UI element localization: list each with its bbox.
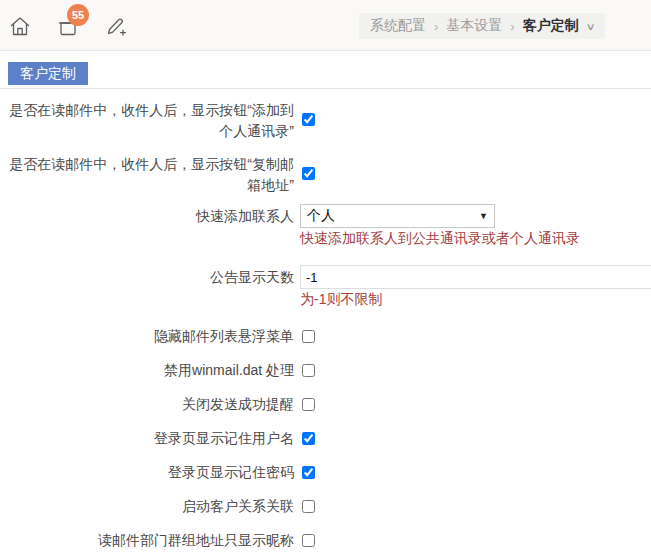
form-row-disable-send-success-alert: 关闭发送成功提醒	[0, 394, 651, 414]
disable-winmail-dat-checkbox[interactable]	[302, 364, 315, 377]
unread-count-badge: 55	[67, 4, 89, 26]
add-to-contacts-checkbox[interactable]	[302, 113, 315, 126]
section-divider	[0, 88, 651, 89]
form-row-add-to-contacts-button: 是否在读邮件中，收件人后，显示按钮“添加到个人通讯录”	[0, 100, 651, 142]
field-label: 快速添加联系人	[0, 204, 294, 247]
remember-username-checkbox[interactable]	[302, 432, 315, 445]
form-row-disable-winmail-dat: 禁用winmail.dat 处理	[0, 360, 651, 380]
breadcrumb-item-customization[interactable]: 客户定制	[523, 17, 579, 35]
customization-form: 是否在读邮件中，收件人后，显示按钮“添加到个人通讯录” 是否在读邮件中，收件人后…	[0, 89, 651, 550]
section-header: 客户定制	[0, 51, 651, 89]
section-tab-customization[interactable]: 客户定制	[8, 62, 88, 85]
form-row-copy-email-button: 是否在读邮件中，收件人后，显示按钮“复制邮箱地址”	[0, 154, 651, 196]
form-row-announcement-days: 公告显示天数 为-1则不限制	[0, 265, 651, 308]
topbar-icon-group: 55	[8, 13, 128, 39]
copy-email-checkbox[interactable]	[302, 167, 315, 180]
form-row-quick-add-contact: 快速添加联系人 个人 ▼ 快速添加联系人到公共通讯录或者个人通讯录	[0, 204, 651, 247]
quick-add-contact-select[interactable]: 个人 ▼	[300, 204, 495, 228]
field-label: 关闭发送成功提醒	[0, 394, 294, 415]
breadcrumb-item-basic-settings[interactable]: 基本设置	[446, 17, 502, 35]
select-value: 个人	[307, 207, 479, 225]
field-label: 登录页显示记住用户名	[0, 428, 294, 449]
breadcrumb-separator: ›	[434, 19, 438, 34]
announcement-days-input[interactable]	[300, 265, 651, 289]
field-label: 隐藏邮件列表悬浮菜单	[0, 326, 294, 347]
breadcrumb-separator: ›	[510, 19, 514, 34]
field-label: 禁用winmail.dat 处理	[0, 360, 294, 381]
home-icon[interactable]	[8, 13, 32, 39]
form-row-enable-crm-link: 启动客户关系关联	[0, 496, 651, 516]
field-label: 读邮件部门群组地址只显示昵称	[0, 530, 294, 551]
form-row-remember-password: 登录页显示记住密码	[0, 462, 651, 482]
breadcrumb-item-system-config[interactable]: 系统配置	[370, 17, 426, 35]
group-address-nickname-only-checkbox[interactable]	[302, 534, 315, 547]
field-hint: 快速添加联系人到公共通讯录或者个人通讯录	[300, 230, 580, 247]
chevron-down-icon[interactable]: ∨	[585, 21, 595, 32]
field-label: 公告显示天数	[0, 265, 294, 308]
field-label: 是否在读邮件中，收件人后，显示按钮“复制邮箱地址”	[0, 154, 294, 196]
field-label: 是否在读邮件中，收件人后，显示按钮“添加到个人通讯录”	[0, 100, 294, 142]
hide-hover-menu-checkbox[interactable]	[302, 330, 315, 343]
form-row-group-address-nickname-only: 读邮件部门群组地址只显示昵称	[0, 530, 651, 550]
breadcrumb: 系统配置 › 基本设置 › 客户定制 ∨	[359, 13, 605, 39]
disable-send-success-alert-checkbox[interactable]	[302, 398, 315, 411]
field-hint: 为-1则不限制	[300, 291, 651, 308]
form-row-hide-hover-menu: 隐藏邮件列表悬浮菜单	[0, 326, 651, 346]
field-label: 启动客户关系关联	[0, 496, 294, 517]
drafts-icon[interactable]: 55	[56, 13, 80, 39]
dropdown-arrow-icon: ▼	[479, 211, 488, 221]
form-row-remember-username: 登录页显示记住用户名	[0, 428, 651, 448]
remember-password-checkbox[interactable]	[302, 466, 315, 479]
field-label: 登录页显示记住密码	[0, 462, 294, 483]
enable-crm-link-checkbox[interactable]	[302, 500, 315, 513]
topbar: 55 系统配置 › 基本设置 › 客户定制 ∨	[0, 0, 651, 51]
compose-icon[interactable]	[104, 13, 128, 39]
